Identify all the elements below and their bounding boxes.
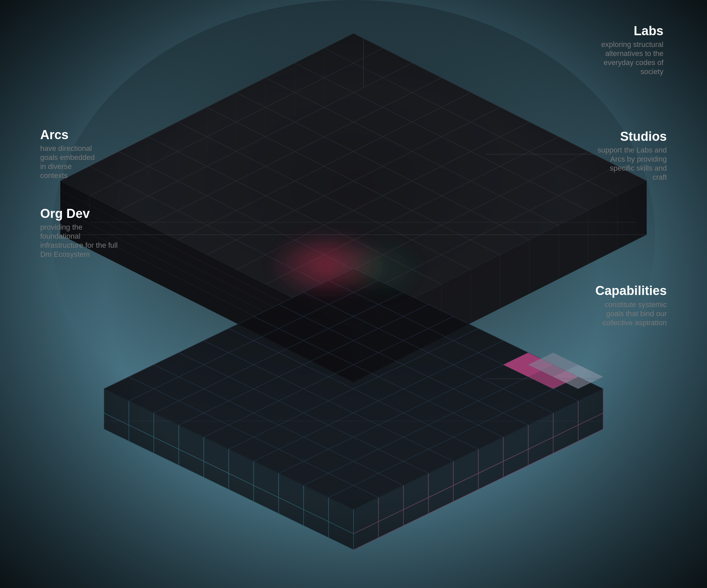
- studios-desc-3: specific skills and: [610, 164, 667, 172]
- studios-title: Studios: [620, 129, 667, 143]
- orgdev-desc-1: providing the: [40, 223, 82, 231]
- labs-desc-1: exploring structural: [601, 40, 664, 48]
- arcs-desc-1: have directional: [40, 144, 92, 153]
- arcs-desc-2: goals embedded: [40, 153, 95, 162]
- labs-desc-2: alternatives to the: [605, 49, 664, 58]
- orgdev-desc-2: foundational: [40, 232, 80, 240]
- labs-desc-3: everyday codes of: [603, 58, 664, 67]
- orgdev-title: Org Dev: [40, 206, 90, 221]
- arcs-desc-3: in diverse: [40, 162, 72, 171]
- labs-title: Labs: [634, 24, 664, 38]
- cap-desc-2: goals that bind our: [606, 309, 667, 318]
- cap-desc-1: constitute systemic: [604, 300, 667, 309]
- orgdev-desc-3: infrastructure for the full: [40, 241, 117, 250]
- studios-desc-1: support the Labs and: [598, 146, 667, 154]
- arcs-title: Arcs: [40, 128, 69, 142]
- capabilities-title: Capabilities: [596, 284, 667, 298]
- arcs-desc-4: contexts: [40, 171, 68, 180]
- orgdev-desc-4: Dm Ecosystem: [40, 250, 90, 258]
- labs-desc-4: society: [641, 67, 664, 76]
- cap-desc-3: collective aspiration: [602, 319, 667, 327]
- studios-desc-4: craft: [652, 173, 667, 182]
- studios-desc-2: Arcs by providing: [610, 155, 667, 163]
